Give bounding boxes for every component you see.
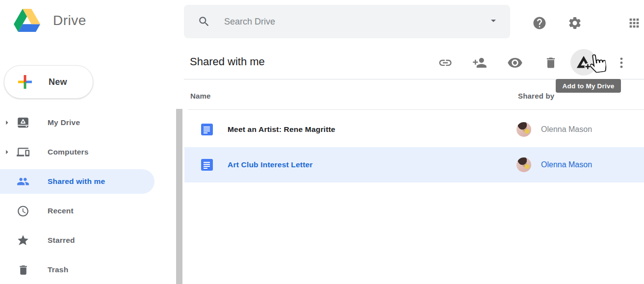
mouse-cursor-hand [589,53,607,74]
people-icon [17,175,29,188]
expand-arrow-icon[interactable] [2,118,14,128]
sidebar-label: Shared with me [48,177,105,186]
trash-icon [544,56,558,70]
google-doc-icon [201,159,213,171]
caret-down-icon [488,15,499,26]
my-drive-icon [17,116,29,129]
sidebar-item-trash[interactable]: Trash [0,258,155,282]
expand-arrow-icon[interactable] [2,147,14,157]
sidebar-item-shared-with-me[interactable]: Shared with me [0,169,155,194]
search-input[interactable] [223,16,486,27]
column-header-shared-by: Shared by [518,92,554,100]
sidebar-label: Trash [48,265,68,274]
avatar [516,157,531,172]
clock-icon [17,205,29,218]
google-plus-icon [16,73,34,91]
sidebar-scrollbar[interactable] [176,109,182,284]
file-name: Art Club Interest Letter [228,147,313,182]
get-shareable-link-button[interactable] [436,53,455,73]
file-row-selected[interactable]: Art Club Interest Letter Olenna Mason [184,147,644,182]
sidebar-item-recent[interactable]: Recent [0,199,155,223]
apps-grid-icon [627,16,641,30]
sidebar-label: Computers [48,148,89,156]
help-icon [532,16,547,30]
more-vert-icon [615,56,628,70]
tooltip: Add to My Drive [556,79,621,93]
preview-button[interactable] [505,53,525,73]
search-bar[interactable] [184,5,510,38]
settings-button[interactable] [567,15,583,31]
drive-logo[interactable]: Drive [14,9,86,32]
sidebar-item-computers[interactable]: Computers [0,140,155,164]
drive-logo-icon [14,9,40,32]
drive-logo-text: Drive [53,13,86,28]
sidebar-item-my-drive[interactable]: My Drive [0,111,155,134]
share-add-people-button[interactable] [470,53,489,73]
devices-icon [17,145,29,159]
sidebar-label: Recent [48,207,74,215]
new-button[interactable]: New [4,65,93,99]
divider [188,109,644,110]
sidebar-label: Starred [48,236,75,245]
sidebar-item-starred[interactable]: Starred [0,229,155,252]
avatar [516,122,531,137]
search-icon [198,15,210,28]
new-button-label: New [49,77,67,87]
google-doc-icon [201,124,213,135]
trash-icon [17,264,29,276]
sidebar-label: My Drive [48,118,80,127]
google-drive-app: Drive Shared with me [0,0,644,284]
shared-by-name: Olenna Mason [541,147,592,182]
google-apps-button[interactable] [626,15,643,31]
gear-icon [567,16,582,30]
help-button[interactable] [531,15,548,31]
column-header-name: Name [190,92,211,100]
link-icon [438,55,453,70]
person-add-icon [472,55,487,70]
remove-button[interactable] [541,53,561,73]
search-options-dropdown[interactable] [486,13,501,30]
file-name: Meet an Artist: Rene Magritte [228,112,335,147]
more-options-button[interactable] [612,53,631,73]
eye-icon [507,55,523,71]
star-icon [17,233,29,247]
file-row[interactable]: Meet an Artist: Rene Magritte Olenna Mas… [184,112,644,147]
page-title: Shared with me [190,55,265,68]
shared-by-name: Olenna Mason [541,112,592,147]
